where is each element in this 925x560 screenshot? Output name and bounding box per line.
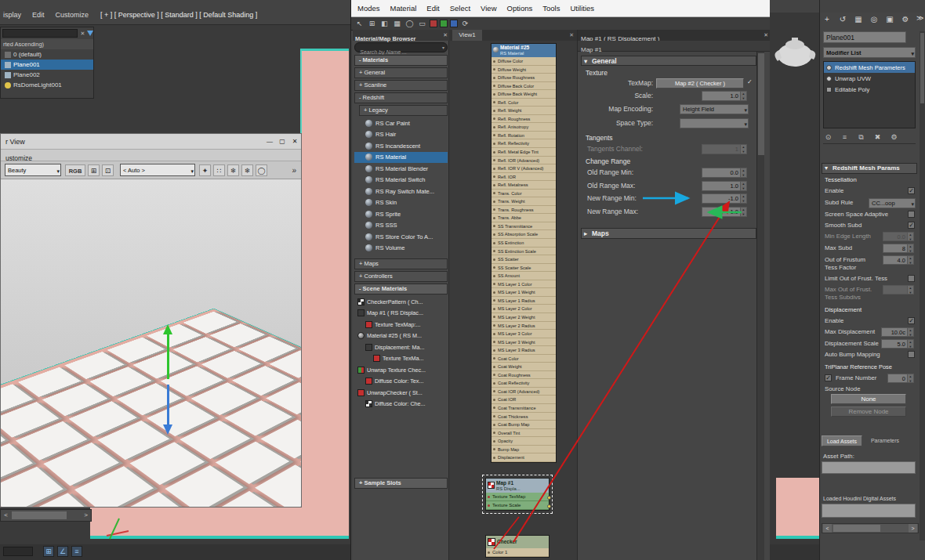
node-slot-texture-scale[interactable]: Texture Scale	[486, 501, 549, 510]
texmap-enable-check-icon[interactable]: ✓	[747, 78, 753, 85]
new-range-max-spinner-arrows[interactable]: ▴▾	[741, 207, 747, 217]
new-range-min-spinner-arrows[interactable]: ▴▾	[741, 193, 747, 204]
scroll-right-button[interactable]: >	[909, 524, 917, 533]
display-tab-icon[interactable]: ▣	[884, 14, 895, 25]
material-list-item[interactable]: RS Incandescent	[354, 140, 448, 152]
minimize-button[interactable]: —	[263, 136, 276, 147]
parameter-panel-close-icon[interactable]: ✕	[764, 30, 768, 41]
menu-item[interactable]: Select	[450, 4, 470, 13]
max-displacement-spinner-arrows[interactable]: ▴▾	[908, 327, 914, 337]
node-canvas[interactable]: Material #25 RS Material Diffuse ColorDi…	[449, 41, 577, 560]
frame-number-spinner-arrows[interactable]: ▴▾	[908, 374, 914, 383]
section-maps[interactable]: + Maps	[354, 258, 448, 269]
node-slot[interactable]: Coat IOR (Advanced)	[492, 388, 556, 396]
scene-material-item[interactable]: Map #1 ( RS Displac...	[354, 308, 448, 320]
viewport-left[interactable]: isplayEditCustomize [ + ] [ Perspective …	[0, 0, 350, 560]
remove-modifier-icon[interactable]: ✖	[872, 132, 883, 143]
node-slot[interactable]: MS Layer 3 Weight	[492, 338, 556, 347]
node-slot-color1[interactable]: Color 1	[486, 548, 549, 557]
hda-horizontal-scrollbar[interactable]: < >	[822, 523, 919, 533]
parameter-breadcrumb-bar[interactable]: Map #1	[578, 41, 771, 52]
new-range-min-spinner[interactable]: -1.0	[702, 193, 741, 204]
node-slot[interactable]: Refl. Reflectivity	[492, 139, 556, 148]
explorer-search-input[interactable]	[2, 29, 78, 38]
menu-item[interactable]: Edit	[426, 4, 439, 13]
menu-item[interactable]: Options	[507, 4, 533, 13]
scrollbar-thumb[interactable]	[920, 33, 924, 103]
scroll-thumb[interactable]	[833, 525, 880, 532]
menu-item[interactable]: View	[481, 4, 496, 13]
map1-node-header[interactable]: Map #1 RS Displa...	[486, 479, 549, 493]
node-slot[interactable]: MS Layer 1 Weight	[492, 288, 556, 297]
material-list-item[interactable]: RS Skin	[354, 197, 448, 209]
screen-space-adaptive-checkbox[interactable]	[908, 211, 915, 218]
rollout-general[interactable]: General	[581, 56, 756, 66]
old-range-max-spinner-arrows[interactable]: ▴▾	[741, 181, 747, 191]
auto-bump-mapping-checkbox[interactable]	[908, 351, 915, 358]
node-slot[interactable]: MS Layer 2 Color	[492, 305, 556, 313]
node-slot[interactable]: Coat Reflectivity	[492, 379, 556, 388]
gizmo-y-axis[interactable]	[167, 334, 169, 379]
render-view-titlebar[interactable]: r View — ▢ ✕	[1, 134, 301, 150]
section-controllers[interactable]: + Controllers	[354, 271, 448, 282]
modifier-enable-icon[interactable]	[826, 76, 832, 81]
region-icon[interactable]: ⊡	[102, 164, 114, 176]
node-slot[interactable]: Refl. IOR (Advanced)	[492, 157, 556, 165]
menu-item[interactable]: isplay	[3, 11, 21, 19]
scene-material-item[interactable]: Texture TexMap:...	[354, 319, 448, 331]
scroll-right-button[interactable]: >	[82, 511, 90, 520]
node-slot-texture-texmap[interactable]: Texture TexMap	[486, 493, 549, 501]
max-subd-spinner[interactable]: 8	[883, 244, 908, 253]
menu-item[interactable]: Edit	[32, 11, 45, 19]
scene-material-item[interactable]: Diffuse Color: Tex...	[354, 376, 448, 388]
snowflake-freeze-icon[interactable]: ❄	[227, 164, 239, 176]
node-slot[interactable]: Refl. IOR V (Advanced)	[492, 164, 556, 173]
node-slot[interactable]: Coat IOR	[492, 396, 556, 404]
subd-rule-dropdown[interactable]: CC...oop	[869, 198, 916, 208]
section-sample-slots[interactable]: + Sample Slots	[354, 478, 448, 489]
panel-overflow-chevrons[interactable]: ≫	[916, 14, 923, 22]
object-name-field[interactable]: Plane001	[823, 31, 906, 43]
grid-icon[interactable]: ⊞	[88, 164, 100, 176]
section-scanline[interactable]: + Scanline	[354, 80, 448, 91]
menu-item[interactable]: Material	[390, 4, 417, 13]
frame-number-spinner[interactable]: 0	[887, 374, 908, 383]
explorer-row[interactable]: 0 (default)	[1, 49, 93, 60]
close-button[interactable]: ✕	[288, 136, 301, 147]
snapshot-auto-dropdown[interactable]: < Auto >	[120, 164, 195, 176]
node-slot[interactable]: MS Layer 2 Radius	[492, 322, 556, 331]
scene-material-item[interactable]: Diffuse Color: Che...	[354, 399, 448, 410]
node-slot[interactable]: SS Scatter	[492, 255, 556, 264]
material-list-item[interactable]: RS Car Paint	[354, 117, 448, 129]
checker-node[interactable]: Checker Color 1	[485, 535, 550, 558]
enable-tessellation-checkbox[interactable]	[908, 187, 915, 194]
parameter-panel-header[interactable]: Map #1 ( RS Displacement ) ✕	[578, 30, 771, 41]
scale-spinner-arrows[interactable]: ▴▾	[741, 91, 747, 101]
node-slot[interactable]: Displacement	[492, 453, 556, 462]
node-slot[interactable]: SS Absorption Scale	[492, 230, 556, 239]
node-slot[interactable]: SS Extinction	[492, 239, 556, 247]
section-scene-materials[interactable]: - Scene Materials	[354, 284, 448, 294]
search-dropdown-icon[interactable]: ▾	[442, 43, 444, 52]
section-redshift[interactable]: - Redshift	[354, 92, 448, 103]
node-slot[interactable]: MS Layer 2 Weight	[492, 313, 556, 322]
material-list-item[interactable]: RS Volume	[354, 243, 448, 255]
new-range-max-spinner[interactable]: 1.0	[702, 207, 741, 217]
modifier-row-editable-poly[interactable]: Editable Poly	[824, 84, 915, 95]
checker-node-header[interactable]: Checker	[486, 536, 549, 548]
node-slot[interactable]: Diffuse Weight	[492, 66, 556, 74]
frame-number-checkbox[interactable]	[825, 374, 832, 381]
modifier-stack[interactable]: Redshift Mesh Parameters Unwrap UVW Edit…	[823, 61, 916, 128]
scene-material-item[interactable]: Texture TexMa...	[354, 353, 448, 365]
parameters-tab[interactable]: Parameters	[865, 435, 905, 446]
menu-item[interactable]: Utilities	[570, 4, 594, 13]
node-slot[interactable]: SS Transmittance	[492, 222, 556, 231]
section-general[interactable]: + General	[354, 67, 448, 78]
displacement-scale-spinner-arrows[interactable]: ▴▾	[908, 339, 914, 349]
material-list-item[interactable]: RS Hair	[354, 129, 448, 141]
node-slot[interactable]: Refl. Rotation	[492, 132, 556, 140]
node-slot[interactable]: Trans. Color	[492, 190, 556, 198]
limit-out-of-frustum-checkbox[interactable]	[908, 275, 915, 282]
node-slot[interactable]: Refl. Anisotropy	[492, 123, 556, 132]
material-list-item[interactable]: RS Material Blender	[354, 163, 448, 175]
